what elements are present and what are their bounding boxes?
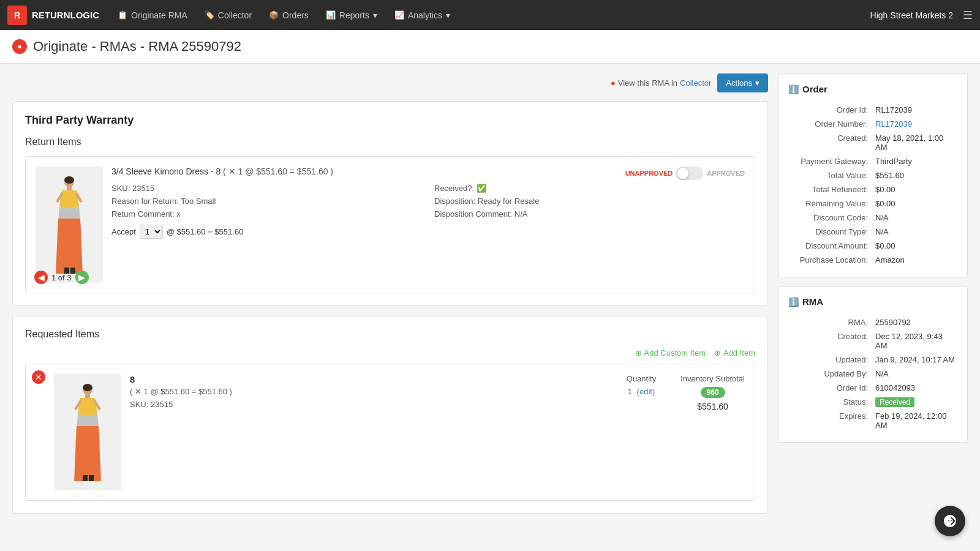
view-rma-collector-link[interactable]: Collector [680,78,711,88]
table-row: Total Refunded: $0.00 [788,182,957,197]
total-refunded-label: Total Refunded: [788,182,874,197]
collector-icon: 🏷️ [205,10,214,20]
order-number-label: Order Number: [788,117,874,131]
rma-expires-value: Feb 19, 2024, 12:00 AM [874,409,957,432]
table-row: Order Id: RL172039 [788,103,957,117]
quantity-column: Quantity 1 (edit) [627,374,656,396]
table-row: Purchase Location: Amazon [788,253,957,267]
reports-dropdown-icon: ▾ [373,10,377,20]
view-rma-text: ● View this RMA in Collector [611,78,711,88]
rma-status-value: Received [874,395,957,409]
hamburger-menu[interactable]: ☰ [963,9,973,22]
nav-item-reports[interactable]: 📊 Reports ▾ [317,0,386,30]
purchase-location-label: Purchase Location: [788,253,874,267]
action-bar: ● View this RMA in Collector Actions ▾ [12,73,768,92]
table-row: Created: May 18, 2021, 1:00 AM [788,131,957,154]
rma-info-table: RMA: 25590792 Created: Dec 12, 2023, 9:4… [788,315,957,432]
nav-item-orders[interactable]: 📦 Orders [260,0,317,30]
nav-label-originate-rma: Originate RMA [131,10,187,20]
rma-order-id-label: Order Id: [788,381,874,395]
total-refunded-value: $0.00 [874,182,957,197]
requested-items-card: Requested Items ⊕ Add Custom Item ⊕ Add … [12,316,768,514]
nav-item-analytics[interactable]: 📈 Analytics ▾ [386,0,459,30]
discount-amount-value: $0.00 [874,239,957,253]
nav-label-analytics: Analytics [408,10,442,20]
nav-right: High Street Markets 2 ☰ [870,9,973,22]
remaining-value-value: $0.00 [874,197,957,211]
qty-edit-link[interactable]: (edit) [637,387,655,396]
pagination-next-button[interactable]: ▶ [75,271,89,284]
rma-id-value: 25590792 [874,315,957,329]
svg-point-2 [64,176,74,184]
subtotal-value: $551.60 [697,402,728,411]
table-row: Discount Amount: $0.00 [788,239,957,253]
remaining-value-label: Remaining Value: [788,197,874,211]
table-row: Total Value: $551.60 [788,168,957,182]
logo[interactable]: R RETURNLOGIC [7,6,99,25]
right-sidebar: ℹ️ Order Order Id: RL172039 Order Number… [778,73,968,451]
accept-label: Accept [111,227,136,236]
table-row: Updated: Jan 9, 2024, 10:17 AM [788,353,957,367]
accept-price: @ $551.60 = $551.60 [167,227,244,236]
warranty-title: Third Party Warranty [25,114,755,127]
order-sidebar-title: ℹ️ Order [788,84,957,94]
page-header: ● Originate - RMAs - RMA 25590792 [0,30,980,64]
table-row: Order Number: RL172039 [788,117,957,131]
page-title: Originate - RMAs - RMA 25590792 [33,39,241,54]
pagination-text: 1 of 3 [51,273,72,282]
requested-item-card: ✕ [25,364,755,501]
rma-updated-by-value: N/A [874,367,957,381]
accept-select[interactable]: 1 2 3 [140,225,163,239]
remove-item-button[interactable]: ✕ [32,370,45,384]
table-row: Discount Type: N/A [788,225,957,239]
rma-expires-label: Expires: [788,409,874,432]
rma-id-label: RMA: [788,315,874,329]
svg-rect-10 [83,475,88,481]
store-name: High Street Markets 2 [870,10,953,20]
received-check-icon: ✅ [477,184,486,193]
logo-text: RETURNLOGIC [32,10,99,20]
payment-gateway-label: Payment Gateway: [788,154,874,168]
actions-dropdown-icon: ▾ [755,78,760,88]
table-row: Updated By: N/A [788,367,957,381]
main-container: ● View this RMA in Collector Actions ▾ T… [0,64,980,533]
purchase-location-value: Amazon [874,253,957,267]
approval-toggle[interactable]: UNAPPROVED APPROVED [625,167,745,180]
rma-info-icon: ℹ️ [788,297,799,307]
order-number-link[interactable]: RL172039 [875,119,912,129]
svg-rect-3 [67,187,72,190]
rma-created-label: Created: [788,329,874,353]
return-item-card: 3/4 Sleeve Kimono Dress - 8 ( ✕ 1 @ $551… [25,156,755,293]
return-item-disposition-comment: Disposition Comment: N/A [434,209,745,219]
discount-code-value: N/A [874,211,957,225]
qty-value: 1 (edit) [628,387,655,396]
total-value-value: $551.60 [874,168,957,182]
requested-item-details: 8 ( ✕ 1 @ $551.60 = $551.60 ) SKU: 23515 [130,374,618,409]
inventory-badge: 960 [701,387,725,398]
rma-sidebar-card: ℹ️ RMA RMA: 25590792 Created: Dec 12, 20… [778,286,968,443]
status-badge: Received [875,397,914,407]
table-row: Expires: Feb 19, 2024, 12:00 AM [788,409,957,432]
add-icon: ⊕ [714,348,721,358]
rma-updated-value: Jan 9, 2024, 10:17 AM [874,353,957,367]
table-row: Status: Received [788,395,957,409]
discount-type-label: Discount Type: [788,225,874,239]
nav-item-collector[interactable]: 🏷️ Collector [196,0,260,30]
return-item-sku: SKU: 23515 [111,184,422,193]
add-custom-item-button[interactable]: ⊕ Add Custom Item [635,348,706,358]
add-item-button[interactable]: ⊕ Add Item [714,348,755,358]
pagination-prev-button[interactable]: ◀ [34,271,48,284]
toggle-switch[interactable] [676,167,703,180]
analytics-icon: 📈 [394,10,404,20]
requested-item-sku: SKU: 23515 [130,400,618,409]
order-info-icon: ℹ️ [788,84,799,94]
created-value: May 18, 2021, 1:00 AM [874,131,957,154]
svg-point-8 [83,384,92,391]
actions-button[interactable]: Actions ▾ [717,73,768,92]
return-item-disposition: Disposition: Ready for Resale [434,197,745,206]
discount-amount-label: Discount Amount: [788,239,874,253]
dress-image-svg [45,176,94,274]
nav-item-originate-rma[interactable]: 📋 Originate RMA [109,0,196,30]
fab-button[interactable] [935,506,965,533]
actions-label: Actions [726,78,752,88]
